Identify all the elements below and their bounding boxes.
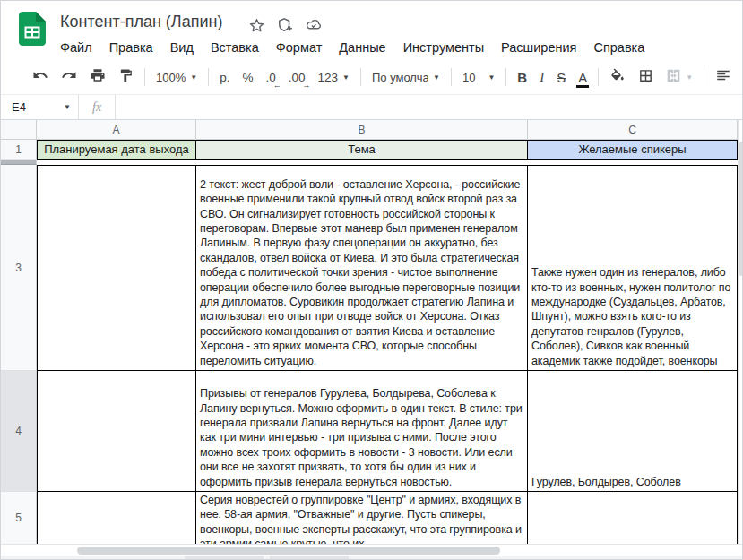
row-header-1[interactable]: 1 <box>1 140 37 160</box>
redo-button[interactable] <box>55 65 83 89</box>
sheets-logo-icon[interactable] <box>19 12 46 49</box>
formula-input[interactable] <box>116 95 742 119</box>
cell-a4[interactable] <box>37 371 196 492</box>
horizontal-align-button[interactable] <box>709 65 738 89</box>
cell-c1-text: Желаемые спикеры <box>578 142 686 157</box>
column-header-a[interactable]: A <box>37 120 196 140</box>
row-header-4[interactable]: 4 <box>1 371 37 492</box>
cell-b1-text: Тема <box>348 142 376 157</box>
bold-button[interactable]: B <box>511 65 533 89</box>
cell-c5[interactable] <box>528 492 738 544</box>
zoom-select[interactable]: 100%▼ <box>150 65 203 89</box>
chevron-down-icon: ▼ <box>433 73 440 82</box>
printer-icon <box>90 67 106 87</box>
formula-bar-divider <box>78 95 79 119</box>
sheets-window: Контент-план (Лапин) Файл Правка Вид Вст… <box>0 0 743 560</box>
menu-tools[interactable]: Инструменты <box>401 39 487 56</box>
cell-a1[interactable]: Планируемая дата выхода <box>37 140 196 160</box>
cell-b5[interactable]: Серия новрестей о группировке "Центр" и … <box>196 492 528 544</box>
star-icon[interactable] <box>246 15 266 35</box>
menu-view[interactable]: Вид <box>168 39 196 56</box>
decrease-decimals-button[interactable]: .0← <box>259 65 281 89</box>
font-family-select[interactable]: По умолча...▼ <box>366 65 446 89</box>
arrow-right-icon: → <box>303 82 311 90</box>
toolbar-divider <box>505 68 506 86</box>
active-cell-reference: E4 <box>12 100 26 114</box>
cloud-status-icon[interactable] <box>304 15 324 35</box>
cell-a5[interactable] <box>37 492 196 544</box>
redo-icon <box>61 67 77 87</box>
more-formats-button[interactable]: 123▼ <box>312 65 356 89</box>
toolbar-divider <box>360 68 361 86</box>
spreadsheet-grid: A B C 1 3 4 5 Планируемая дата выхода Те… <box>1 120 743 544</box>
borders-button[interactable] <box>632 65 660 89</box>
cell-c3[interactable]: Также нужен один из генералов, либо кто-… <box>528 165 738 371</box>
vertical-scrollbar[interactable] <box>738 120 743 544</box>
paint-roller-icon <box>118 68 134 87</box>
align-left-icon <box>715 67 731 87</box>
formula-bar: E4 ▼ fx <box>1 95 742 120</box>
fx-icon: fx <box>92 100 101 115</box>
toolbar-divider <box>598 68 599 86</box>
cell-b1[interactable]: Тема <box>196 140 528 160</box>
menu-edit[interactable]: Правка <box>107 39 156 56</box>
font-size-select[interactable]: 10▼ <box>456 65 501 89</box>
menu-format[interactable]: Формат <box>273 39 325 56</box>
toolbar-divider <box>451 68 452 86</box>
row-header-5[interactable]: 5 <box>1 492 37 544</box>
chevron-down-icon: ▼ <box>190 73 197 82</box>
cell-b5-text: Серия новрестей о группировке "Центр" и … <box>196 492 527 544</box>
format-percent-button[interactable]: % <box>236 65 259 89</box>
document-title[interactable]: Контент-план (Лапин) <box>60 13 222 31</box>
menu-file[interactable]: Файл <box>57 39 95 56</box>
print-button[interactable] <box>83 65 112 89</box>
name-box[interactable]: E4 ▼ <box>1 95 78 119</box>
cell-b3-text: 2 текст: жест доброй воли - оставление Х… <box>196 177 527 370</box>
undo-button[interactable] <box>26 65 55 89</box>
strikethrough-button[interactable]: S <box>550 65 572 89</box>
format-currency-button[interactable]: р. <box>213 65 236 89</box>
cell-c3-text: Также нужен один из генералов, либо кто-… <box>528 264 737 370</box>
sheet-tab-edge <box>185 556 264 560</box>
toolbar-divider <box>144 68 145 86</box>
title-bar: Контент-план (Лапин) Файл Правка Вид Вст… <box>1 1 742 60</box>
cell-b3[interactable]: 2 текст: жест доброй воли - оставление Х… <box>196 165 528 371</box>
horizontal-scrollbar[interactable] <box>1 544 743 556</box>
chevron-down-icon: ▼ <box>342 73 350 82</box>
undo-icon <box>32 67 48 87</box>
menu-insert[interactable]: Вставка <box>208 39 262 56</box>
toolbar-divider <box>208 68 209 86</box>
italic-button[interactable]: I <box>533 65 550 89</box>
arrow-left-icon: ← <box>273 82 281 90</box>
shield-plus-icon[interactable] <box>275 15 295 35</box>
cell-a3-text <box>38 367 195 370</box>
menu-extensions[interactable]: Расширения <box>498 39 579 56</box>
paint-format-button[interactable] <box>112 65 140 89</box>
increase-decimals-button[interactable]: .00→ <box>282 65 312 89</box>
paint-bucket-icon <box>609 67 626 87</box>
toolbar: 100%▼ р. % .0← .00→ 123▼ По умолча...▼ 1… <box>1 60 742 95</box>
cell-a3[interactable] <box>37 165 196 371</box>
horizontal-scrollbar-thumb[interactable] <box>77 547 500 555</box>
menu-data[interactable]: Данные <box>336 39 388 56</box>
merge-cells-button[interactable]: ▼ <box>660 65 699 89</box>
cell-a1-text: Планируемая дата выхода <box>44 142 189 157</box>
cell-c1[interactable]: Желаемые спикеры <box>528 140 738 160</box>
cell-c4[interactable]: Гурулев, Болдырев, Соболев <box>528 371 738 492</box>
sheet-tab-edge <box>270 556 349 560</box>
cell-b4[interactable]: Призывы от генералов Гурулева, Болдырева… <box>196 371 528 492</box>
cell-a4-text <box>38 488 195 491</box>
cell-c5-text <box>528 492 737 495</box>
cell-b4-text: Призывы от генералов Гурулева, Болдырева… <box>196 385 527 491</box>
menu-bar: Файл Правка Вид Вставка Формат Данные Ин… <box>57 39 647 56</box>
select-all-corner[interactable] <box>1 120 37 140</box>
row-header-3[interactable]: 3 <box>1 165 37 371</box>
text-color-button[interactable]: A <box>572 65 593 89</box>
vertical-scrollbar-thumb[interactable] <box>739 142 743 276</box>
fill-color-button[interactable] <box>603 65 632 89</box>
column-header-b[interactable]: B <box>196 120 528 140</box>
column-header-c[interactable]: C <box>528 120 738 140</box>
merge-cells-icon <box>666 68 681 87</box>
menu-help[interactable]: Справка <box>591 39 647 56</box>
borders-grid-icon <box>638 68 653 87</box>
